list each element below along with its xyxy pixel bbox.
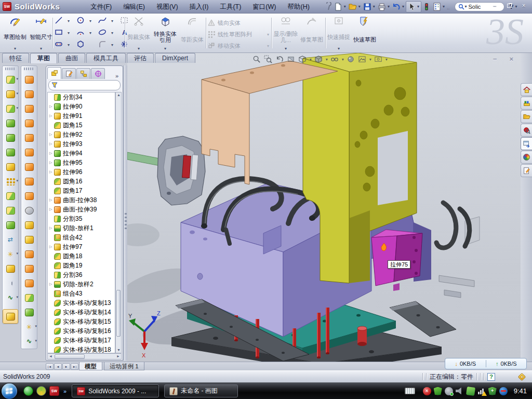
propertymanager-tab[interactable] — [62, 68, 76, 79]
revolved-boss-button[interactable]: ▾ — [3, 87, 18, 101]
tree-item[interactable]: ▷拉伸92 — [48, 130, 115, 139]
chevron-down-icon[interactable]: ▾ — [35, 324, 37, 328]
edit-appearance-button[interactable] — [346, 55, 356, 64]
chevron-down-icon[interactable]: ▾ — [342, 57, 344, 62]
tree-item[interactable]: 实体-移动/复制18 — [48, 345, 115, 353]
tree-item[interactable]: 实体-移动/复制16 — [48, 326, 115, 336]
reference-geometry-button[interactable]: ✳▾ — [21, 320, 37, 334]
search-input[interactable]: Solic — [469, 4, 481, 10]
tree-expander-icon[interactable]: ▷ — [49, 114, 54, 118]
part-gray-clamp[interactable] — [157, 136, 205, 205]
tree-expander-icon[interactable]: ▷ — [49, 282, 54, 286]
volume[interactable] — [456, 387, 464, 395]
tree-item[interactable]: 实体-移动/复制17 — [48, 336, 115, 345]
tree-item[interactable]: 组合42 — [48, 233, 115, 242]
linear-pattern-button[interactable]: ▾ — [3, 174, 18, 189]
curves-button[interactable]: ∿▾ — [3, 290, 18, 305]
quick-sketch-button[interactable]: 快速草图 — [352, 15, 377, 51]
smart-dimension-button[interactable]: 智能尺寸▾ — [29, 15, 53, 51]
polygon-tool-button[interactable] — [76, 39, 86, 50]
featuremanager-tab[interactable] — [47, 67, 61, 79]
arc-tool-button[interactable]: ▾ — [76, 28, 86, 38]
tree-expander-icon[interactable]: ▷ — [49, 198, 54, 202]
measure-button[interactable] — [3, 309, 18, 324]
extruded-boss-button[interactable]: ▾ — [3, 72, 18, 87]
panel-expand-button[interactable]: » — [115, 73, 122, 79]
new-document-button[interactable]: ▾ — [333, 1, 348, 12]
planar-surface-button[interactable] — [21, 145, 37, 159]
tree-item[interactable]: 实体-移动/复制15 — [48, 317, 115, 326]
trim-entities-button[interactable]: 剪裁实体▾ — [127, 15, 151, 51]
tree-item[interactable]: 分割36 — [48, 270, 115, 280]
tree-item[interactable]: 实体-移动/复制13 — [48, 298, 115, 308]
graphics-viewport[interactable]: Y Z X ▾▾▾▾▾ − × 拉伸75 — [127, 53, 521, 362]
tab-模具工具[interactable]: 模具工具 — [86, 53, 126, 63]
display-style-button[interactable] — [314, 55, 324, 64]
linear-sketch-pattern-button[interactable]: 线性草图阵列▾ — [208, 29, 269, 39]
tab-曲面[interactable]: 曲面 — [58, 53, 85, 63]
extend-surface-button[interactable] — [21, 247, 37, 261]
zoom-area-button[interactable] — [263, 55, 273, 64]
tree-item[interactable]: ▷切除-放样2 — [48, 280, 115, 289]
tree-expander-icon[interactable]: ▷ — [49, 161, 54, 165]
task-button[interactable]: 未命名 - 画图 — [164, 384, 238, 397]
toolbar-drag-handle-icon[interactable] — [24, 68, 34, 70]
tree-horizontal-scrollbar[interactable]: ◄ ► — [47, 353, 122, 360]
tab-特征[interactable]: 特征 — [2, 53, 29, 63]
replace-face-button[interactable] — [21, 218, 37, 232]
axis-button[interactable] — [3, 276, 18, 290]
spline-tool-button[interactable]: ▾ — [98, 16, 108, 26]
tab-评估[interactable]: 评估 — [127, 53, 154, 63]
sync-green[interactable] — [467, 387, 475, 395]
network-warning[interactable] — [477, 387, 486, 395]
tree-item[interactable]: 分割35 — [48, 214, 115, 223]
tree-expander-icon[interactable]: ▷ — [49, 226, 54, 230]
menu-edit[interactable]: 编辑(E) — [117, 1, 151, 13]
hide-show-items-button[interactable] — [330, 55, 340, 64]
fillet-surface-button[interactable] — [21, 305, 37, 320]
tree-item[interactable]: 圆角15 — [48, 121, 115, 130]
tree-item[interactable]: ▷曲面-拉伸39 — [48, 205, 115, 214]
security-red-shield[interactable]: ✕ — [423, 387, 431, 395]
antivirus-green-shield[interactable] — [434, 387, 442, 395]
convert-entities-button[interactable]: 转换实体引用▾ — [152, 15, 179, 51]
tree-item[interactable]: ▷拉伸97 — [48, 242, 115, 251]
menu-tools[interactable]: 工具(T) — [214, 1, 247, 13]
solidworks-search-button[interactable] — [521, 124, 532, 137]
ellipse-tool-button[interactable]: ▾ — [98, 28, 108, 38]
chevron-down-icon[interactable]: ▾ — [16, 106, 18, 110]
view-palette-button[interactable] — [521, 137, 532, 150]
tag-icon[interactable] — [518, 373, 526, 381]
thicken-button[interactable] — [21, 290, 37, 305]
tree-item[interactable]: ▷拉伸90 — [48, 102, 115, 111]
curves-button[interactable]: ∿▾ — [21, 334, 37, 349]
tree-item[interactable]: 组合43 — [48, 289, 115, 298]
hole-wizard-button[interactable] — [3, 159, 18, 174]
repair-sketch-button[interactable]: 修复草图 — [300, 15, 323, 51]
dimxpertmanager-tab[interactable] — [91, 68, 105, 79]
shell-button[interactable] — [3, 218, 18, 232]
update-gear[interactable] — [445, 387, 453, 395]
rebuild-button[interactable] — [421, 1, 432, 12]
offset-surface-button[interactable] — [21, 159, 37, 174]
pin-button[interactable] — [323, 1, 333, 12]
chevron-down-icon[interactable]: ▾ — [16, 179, 18, 183]
quick-snaps-button[interactable]: 快速捕捉▾ — [327, 15, 350, 51]
boundary-boss-button[interactable] — [3, 130, 18, 145]
tree-item[interactable]: ▷切除-放样1 — [48, 223, 115, 233]
open-button[interactable]: ▾ — [348, 1, 362, 12]
part-right-rail[interactable] — [390, 301, 456, 337]
sketch-button[interactable]: 草图绘制▾ — [3, 15, 27, 51]
chevron-down-icon[interactable]: ▾ — [310, 57, 312, 62]
keyboard[interactable] — [405, 388, 420, 394]
task-pane-home-button[interactable] — [521, 83, 532, 96]
configurationmanager-tab[interactable] — [76, 68, 90, 79]
undo-button[interactable]: ▾ — [391, 1, 406, 12]
doc-close-button[interactable]: × — [509, 55, 513, 63]
freeform-button[interactable] — [21, 130, 37, 145]
rectangle-tool-button[interactable]: ▾ — [54, 28, 64, 38]
doc-minimize-button[interactable]: − — [493, 55, 497, 63]
filled-surface-button[interactable] — [21, 116, 37, 130]
draft-button[interactable] — [3, 203, 18, 218]
nav-first-button[interactable]: |◄ — [46, 363, 54, 370]
